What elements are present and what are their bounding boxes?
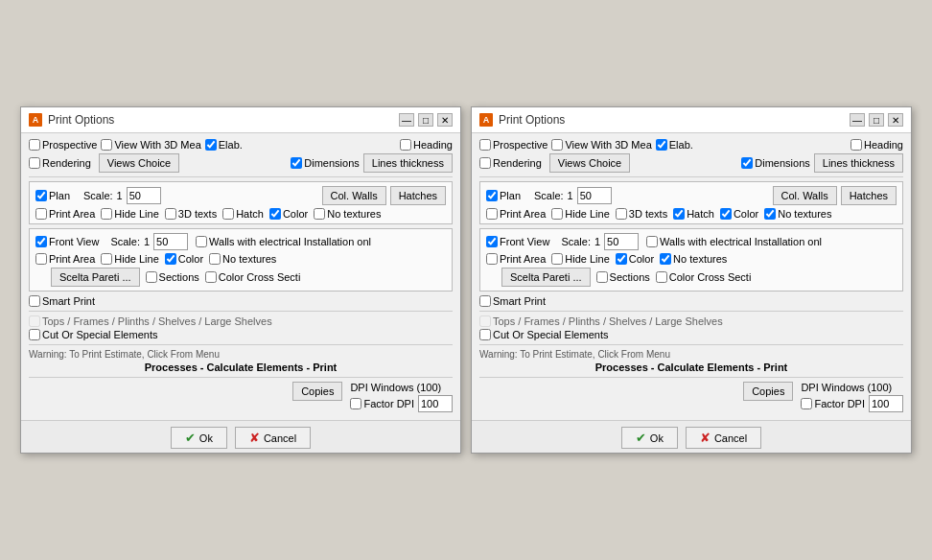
- fv-print_area-checkbox[interactable]: Print Area: [35, 253, 95, 265]
- minimize-button[interactable]: —: [850, 113, 865, 127]
- plan-no_textures-checkbox[interactable]: No textures: [314, 208, 381, 220]
- cut-checkbox[interactable]: Cut Or Special Elements: [29, 329, 453, 340]
- scale-input[interactable]: [577, 187, 612, 204]
- factor-dpi-input[interactable]: [869, 395, 903, 412]
- header-row-1: ProspectiveView With 3D MeaElab.Heading: [29, 139, 453, 151]
- col-walls-button[interactable]: Col. Walls: [322, 186, 386, 205]
- plan-3d_texts-checkbox[interactable]: 3D texts: [165, 208, 217, 220]
- dimensions-checkbox[interactable]: Dimensions: [741, 157, 809, 169]
- rendering-checkbox[interactable]: Rendering: [29, 157, 91, 169]
- tops-checkbox[interactable]: Tops / Frames / Plinths / Shelves / Larg…: [29, 315, 272, 327]
- check-prospective2[interactable]: Prospective: [479, 139, 548, 151]
- fv-hide_line-label: Hide Line: [114, 253, 158, 265]
- factor-dpi-label: Factor DPI: [363, 398, 414, 409]
- dialog-title: Print Options: [499, 113, 844, 127]
- smart-print-checkbox[interactable]: Smart Print: [479, 295, 546, 307]
- scale-input[interactable]: [127, 187, 161, 204]
- cancel-button[interactable]: ✘Cancel: [235, 427, 311, 449]
- plan-no_textures-label: No textures: [327, 208, 381, 220]
- fv-print_area-checkbox[interactable]: Print Area: [486, 253, 546, 265]
- walls-electrical-label: Walls with electrical Installation onl: [660, 236, 822, 247]
- fv-hide_line-checkbox[interactable]: Hide Line: [101, 253, 158, 265]
- fv-hide_line-checkbox[interactable]: Hide Line: [551, 253, 609, 265]
- cancel-button[interactable]: ✘Cancel: [686, 427, 761, 449]
- smart-print-checkbox[interactable]: Smart Print: [29, 295, 95, 307]
- fv-no_textures-checkbox[interactable]: No textures: [660, 253, 727, 265]
- tops-row: Tops / Frames / Plinths / Shelves / Larg…: [29, 315, 453, 327]
- maximize-button[interactable]: □: [869, 113, 884, 127]
- front-view-row-3: Scelta Pareti ...SectionsColor Cross Sec…: [35, 268, 446, 287]
- ok-button[interactable]: ✔Ok: [621, 427, 678, 449]
- check-view3d2[interactable]: View With 3D Mea: [551, 139, 651, 151]
- close-button[interactable]: ✕: [437, 113, 453, 127]
- smart-print-label: Smart Print: [42, 295, 95, 307]
- sections-checkbox[interactable]: Sections: [596, 271, 650, 283]
- plan-hatch-label: Hatch: [687, 208, 714, 220]
- check-view3d1[interactable]: View With 3D Mea: [101, 139, 200, 151]
- cut-checkbox[interactable]: Cut Or Special Elements: [479, 329, 903, 340]
- plan-hatch-checkbox[interactable]: Hatch: [673, 208, 714, 220]
- heading-checkbox[interactable]: Heading: [400, 139, 453, 151]
- views-choice-button[interactable]: Views Choice: [99, 153, 179, 173]
- fv-scale-input[interactable]: [604, 233, 639, 250]
- check-prospective1[interactable]: Prospective: [29, 139, 97, 151]
- color-cross-checkbox[interactable]: Color Cross Secti: [656, 271, 752, 283]
- plan-print_area-checkbox[interactable]: Print Area: [35, 208, 95, 220]
- minimize-button[interactable]: —: [399, 113, 414, 127]
- walls-electrical-checkbox[interactable]: Walls with electrical Installation onl: [646, 236, 822, 247]
- front-view-label: Front View: [49, 236, 99, 247]
- check-elab1[interactable]: Elab.: [205, 139, 243, 151]
- fv-color-checkbox[interactable]: Color: [165, 253, 203, 265]
- fv-no_textures-checkbox[interactable]: No textures: [209, 253, 276, 265]
- fv-color-checkbox[interactable]: Color: [616, 253, 654, 265]
- fv-scale-input[interactable]: [153, 233, 188, 250]
- plan-no_textures-checkbox[interactable]: No textures: [764, 208, 831, 220]
- hatches-button[interactable]: Hatches: [841, 186, 897, 205]
- front-view-checkbox[interactable]: Front View: [486, 236, 549, 247]
- window-controls: — □ ✕: [850, 113, 903, 127]
- copies-button[interactable]: Copies: [292, 382, 342, 401]
- plan-checkbox[interactable]: Plan: [35, 190, 70, 201]
- close-button[interactable]: ✕: [888, 113, 903, 127]
- plan-color-checkbox[interactable]: Color: [269, 208, 308, 220]
- scelta-pareti-button[interactable]: Scelta Pareti ...: [51, 268, 140, 287]
- factor-dpi-input[interactable]: [418, 395, 453, 412]
- title-bar: A Print Options — □ ✕: [21, 107, 460, 133]
- cancel-label: Cancel: [714, 432, 747, 444]
- hatches-button[interactable]: Hatches: [390, 186, 446, 205]
- check-icon: ✔: [636, 431, 646, 445]
- rendering-checkbox[interactable]: Rendering: [479, 157, 542, 169]
- col-walls-button[interactable]: Col. Walls: [773, 186, 837, 205]
- lines-thickness-button[interactable]: Lines thickness: [363, 153, 453, 173]
- front-view-checkbox[interactable]: Front View: [35, 236, 99, 247]
- tops-checkbox[interactable]: Tops / Frames / Plinths / Shelves / Larg…: [479, 315, 723, 327]
- plan-checkbox[interactable]: Plan: [486, 190, 521, 201]
- copies-button[interactable]: Copies: [743, 382, 793, 401]
- ok-label: Ok: [199, 432, 213, 444]
- tops-label: Tops / Frames / Plinths / Shelves / Larg…: [493, 315, 723, 327]
- plan-3d_texts-label: 3D texts: [178, 208, 217, 220]
- plan-print_area-checkbox[interactable]: Print Area: [486, 208, 546, 220]
- walls-electrical-checkbox[interactable]: Walls with electrical Installation onl: [196, 236, 371, 247]
- maximize-button[interactable]: □: [418, 113, 433, 127]
- heading-checkbox[interactable]: Heading: [850, 139, 903, 151]
- smart-print-row: Smart Print: [479, 295, 903, 307]
- plan-hatch-checkbox[interactable]: Hatch: [222, 208, 264, 220]
- check-elab2[interactable]: Elab.: [656, 139, 693, 151]
- plan-3d_texts-checkbox[interactable]: 3D texts: [616, 208, 667, 220]
- ok-button[interactable]: ✔Ok: [171, 427, 227, 449]
- dpi-block: DPI Windows (100)Factor DPI: [801, 382, 903, 412]
- dimensions-checkbox[interactable]: Dimensions: [291, 157, 359, 169]
- factor-dpi-checkbox[interactable]: Factor DPI: [350, 398, 414, 409]
- lines-thickness-button[interactable]: Lines thickness: [814, 153, 903, 173]
- action-row: ✔Ok✘Cancel: [472, 420, 911, 453]
- color-cross-checkbox[interactable]: Color Cross Secti: [205, 271, 301, 283]
- plan-hide_line-checkbox[interactable]: Hide Line: [551, 208, 609, 220]
- scale-value: 1: [117, 190, 123, 201]
- plan-hide_line-checkbox[interactable]: Hide Line: [101, 208, 158, 220]
- plan-color-checkbox[interactable]: Color: [720, 208, 758, 220]
- views-choice-button[interactable]: Views Choice: [549, 153, 630, 173]
- factor-dpi-checkbox[interactable]: Factor DPI: [801, 398, 865, 409]
- scelta-pareti-button[interactable]: Scelta Pareti ...: [501, 268, 591, 287]
- sections-checkbox[interactable]: Sections: [146, 271, 199, 283]
